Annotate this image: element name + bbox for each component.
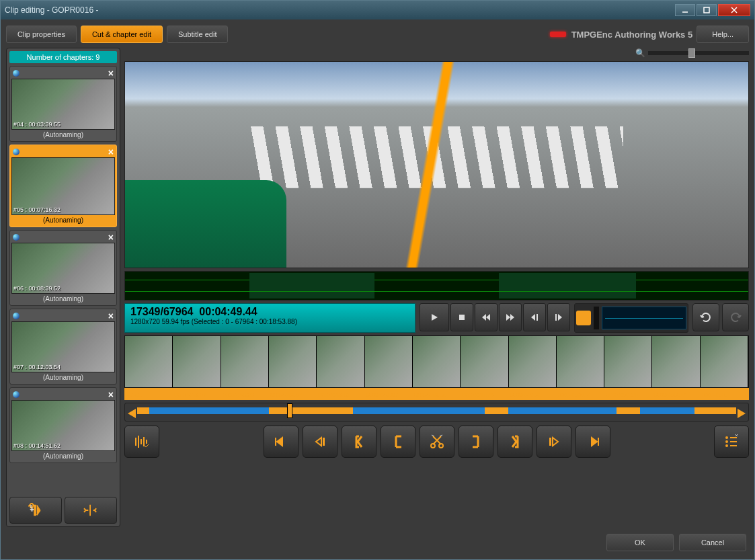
volume-meter[interactable] (594, 307, 599, 329)
tab-clip-properties[interactable]: Clip properties (6, 26, 77, 43)
chapter-item[interactable]: × #06 : 00:08:39.52 (Autonaming) (9, 230, 117, 306)
delete-chapter-icon[interactable]: × (108, 147, 114, 157)
filmstrip-frame[interactable]: 00:04:49.28 (413, 336, 461, 387)
chapter-badge-icon (13, 391, 19, 398)
range-end-handle[interactable] (738, 409, 746, 418)
chapter-item[interactable]: × #07 : 00:12:03.54 (Autonaming) (9, 309, 117, 385)
step-forward-button[interactable] (547, 303, 570, 331)
zoom-slider[interactable] (648, 51, 749, 55)
chapter-thumbnail[interactable]: #04 : 00:03:39.55 (11, 79, 115, 130)
ok-button[interactable]: OK (606, 534, 674, 551)
filmstrip-frame[interactable]: 00:04:48.07 (173, 336, 221, 387)
mark-out-button[interactable] (459, 426, 493, 458)
help-button[interactable]: Help... (697, 26, 749, 43)
filmstrip-frame[interactable]: 00:04:48.28 (221, 336, 269, 387)
chapter-thumbnail[interactable]: #07 : 00:12:03.54 (11, 321, 115, 372)
timecode-panel: 17349/67964 00:04:49.44 1280x720 59.94 f… (124, 303, 415, 333)
set-out-button[interactable] (498, 426, 532, 458)
timecode: 00:04:49.44 (199, 306, 257, 317)
frame-timecode: 00:04:48.82 (318, 391, 350, 398)
close-button[interactable] (718, 4, 750, 16)
filmstrip-frame[interactable]: 00:04:50.29 (604, 336, 652, 387)
filmstrip[interactable]: 47.8200:04:48.0700:04:48.2800:04:48.5700… (124, 335, 749, 388)
titlebar[interactable]: Clip editing - GOPR0016 - (1, 1, 754, 19)
filmstrip-frame[interactable]: 00:04:48.82 (317, 336, 364, 387)
delete-chapter-icon[interactable]: × (108, 311, 114, 321)
chapter-item[interactable]: × #04 : 00:03:39.55 (Autonaming) (9, 66, 117, 142)
speaker-icon[interactable] (576, 311, 591, 325)
svg-point-9 (725, 444, 728, 447)
chapter-item[interactable]: × #05 : 00:07:16.32 (Autonaming) (9, 145, 117, 227)
chapter-label: (Autonaming) (11, 130, 115, 140)
step-back-button[interactable] (523, 303, 546, 331)
filmstrip-frame[interactable]: 00:04:50.57 (652, 336, 700, 387)
chapter-timecode: #06 : 00:08:39.52 (13, 285, 61, 292)
set-in-button[interactable] (342, 426, 376, 458)
filmstrip-frame[interactable]: 00:04:49.82 (509, 336, 557, 387)
svg-rect-2 (459, 315, 465, 320)
chapter-label: (Autonaming) (11, 215, 115, 225)
chapter-item[interactable]: × #08 : 00:14:51.62 (Autonaming) (9, 387, 117, 463)
cut-button[interactable] (420, 426, 454, 458)
frame-timecode: 00:04:50.57 (653, 391, 686, 398)
frame-timecode: 00:04:48.57 (270, 391, 303, 398)
mark-in-button[interactable] (381, 426, 415, 458)
play-button[interactable] (420, 303, 449, 331)
window-title: Clip editing - GOPR0016 - (5, 5, 675, 15)
clip-detail: 1280x720 59.94 fps (Selected : 0 - 67964… (130, 318, 409, 325)
minimize-button[interactable] (675, 4, 695, 16)
filmstrip-frame[interactable]: 00:04:49.07 (365, 336, 413, 387)
cancel-button[interactable]: Cancel (679, 534, 746, 551)
video-preview[interactable] (124, 61, 749, 268)
prev-frame-button[interactable] (303, 426, 337, 458)
rewind-button[interactable] (475, 303, 498, 331)
filmstrip-frame[interactable]: 00:04:50. (701, 336, 748, 387)
next-cut-button[interactable] (575, 426, 610, 458)
filmstrip-frame[interactable]: 47.82 (125, 336, 173, 387)
next-frame-button[interactable] (537, 426, 571, 458)
frame-timecode: 00:04:48.07 (174, 391, 206, 398)
chapter-thumbnail[interactable]: #06 : 00:08:39.52 (11, 243, 115, 294)
filmstrip-frame[interactable]: 00:04:48.57 (269, 336, 317, 387)
footer: OK Cancel (6, 531, 749, 554)
frame-timecode: 00:04:49.82 (510, 391, 543, 398)
frame-timecode: 47.82 (126, 391, 142, 398)
range-start-handle[interactable] (128, 409, 136, 418)
filmstrip-frame[interactable]: 00:04:50.07 (557, 336, 604, 387)
undo-button[interactable] (692, 303, 719, 331)
delete-chapter-icon[interactable]: × (108, 68, 114, 79)
chapter-sidebar: Number of chapters: 9 × #04 : 00:03:39.5… (6, 48, 120, 527)
chapter-list[interactable]: × #04 : 00:03:39.55 (Autonaming)× #05 : … (9, 66, 117, 494)
playhead-marker[interactable] (287, 403, 292, 418)
svg-rect-6 (549, 438, 551, 446)
delete-chapter-icon[interactable]: × (108, 389, 114, 400)
chapter-badge-icon (13, 234, 19, 241)
chapter-timecode: #08 : 00:14:51.62 (13, 442, 61, 449)
add-chapter-button[interactable] (9, 497, 62, 524)
frame-timecode: 00:04:49.74 (462, 391, 494, 398)
maximize-button[interactable] (697, 4, 717, 16)
delete-chapter-icon[interactable]: × (108, 232, 114, 243)
timeline-segment (508, 407, 616, 414)
toolbar: Clip properties Cut & chapter edit Subti… (6, 25, 749, 44)
prev-cut-button[interactable] (264, 426, 299, 458)
tab-subtitle[interactable]: Subtitle edit (167, 26, 228, 43)
chapter-thumbnail[interactable]: #05 : 00:07:16.32 (11, 157, 115, 215)
split-chapter-button[interactable] (65, 497, 117, 524)
redo-button[interactable] (722, 303, 749, 331)
timeline-scrubber[interactable] (124, 403, 749, 422)
audio-waveform[interactable] (124, 271, 749, 301)
svg-point-4 (431, 444, 435, 448)
audio-sync-button[interactable] (124, 426, 159, 458)
timeline-segment (640, 407, 694, 414)
stop-button[interactable] (450, 303, 473, 331)
frame-timecode: 00:04:48.28 (223, 391, 255, 398)
filmstrip-frame[interactable]: 00:04:49.74 (461, 336, 508, 387)
tab-cut-chapter[interactable]: Cut & chapter edit (81, 26, 163, 43)
fastforward-button[interactable] (499, 303, 522, 331)
frame-timecode: 00:04:50. (702, 391, 727, 398)
chapter-thumbnail[interactable]: #08 : 00:14:51.62 (11, 400, 115, 451)
chapter-label: (Autonaming) (11, 372, 115, 383)
recording-light-icon (550, 32, 566, 37)
chapter-list-button[interactable] (714, 426, 749, 458)
